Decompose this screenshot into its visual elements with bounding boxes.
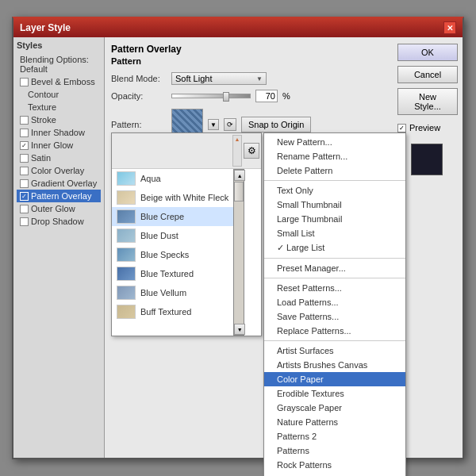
- dialog-body: Styles Blending Options: Default Bevel &…: [13, 37, 463, 458]
- ctx-sep-2: [264, 258, 405, 259]
- ctx-erodible-textures[interactable]: Erodible Textures: [264, 386, 405, 401]
- bevel-checkbox[interactable]: [20, 78, 29, 86]
- blend-mode-arrow: ▼: [256, 75, 263, 83]
- opacity-label: Opacity:: [111, 91, 167, 101]
- scroll-up-arrow[interactable]: ▲: [235, 136, 240, 142]
- ctx-large-list[interactable]: Large List: [264, 240, 405, 255]
- cancel-button[interactable]: Cancel: [397, 66, 458, 83]
- gradient-overlay-checkbox[interactable]: [20, 179, 29, 188]
- slider-thumb[interactable]: [223, 92, 229, 102]
- pattern-item-aqua[interactable]: Aqua: [112, 169, 233, 188]
- ok-button[interactable]: OK: [397, 44, 458, 61]
- style-pattern-overlay[interactable]: Pattern Overlay: [17, 190, 101, 202]
- style-gradient-overlay[interactable]: Gradient Overlay: [17, 177, 101, 190]
- style-outer-glow[interactable]: Outer Glow: [17, 202, 101, 215]
- ctx-rename-pattern[interactable]: Rename Pattern...: [264, 149, 405, 163]
- blend-mode-row: Blend Mode: Soft Light ▼: [111, 72, 385, 85]
- preview-checkbox[interactable]: ✓: [397, 124, 406, 132]
- style-drop-shadow[interactable]: Drop Shadow: [17, 215, 101, 228]
- pattern-overlay-checkbox[interactable]: [20, 192, 29, 201]
- stroke-checkbox[interactable]: [20, 116, 29, 125]
- ctx-artist-surfaces[interactable]: Artist Surfaces: [264, 344, 405, 358]
- pattern-item-beige[interactable]: Beige with White Fleck: [112, 188, 233, 207]
- pattern-options-btn[interactable]: ⟳: [224, 118, 236, 131]
- pattern-item-buff[interactable]: Buff Textured: [112, 302, 233, 321]
- blend-mode-select[interactable]: Soft Light ▼: [171, 72, 267, 85]
- ctx-new-pattern[interactable]: New Pattern...: [264, 135, 405, 149]
- blending-label: Blending Options: Default: [20, 55, 98, 74]
- middle-panel: Pattern Overlay Pattern Blend Mode: Soft…: [105, 37, 391, 458]
- ctx-patterns-2[interactable]: Patterns 2: [264, 429, 405, 443]
- blue-dust-swatch: [117, 228, 136, 243]
- style-texture[interactable]: Texture: [17, 101, 101, 113]
- ctx-sep-4: [264, 340, 405, 341]
- close-button[interactable]: ✕: [443, 21, 456, 34]
- style-color-overlay[interactable]: Color Overlay: [17, 164, 101, 177]
- styles-header: Styles: [17, 40, 101, 50]
- ctx-delete-pattern[interactable]: Delete Pattern: [264, 163, 405, 178]
- preview-row: ✓ Preview: [397, 123, 456, 132]
- ctx-large-thumbnail[interactable]: Large Thumbnail: [264, 212, 405, 226]
- blue-specks-swatch: [117, 248, 136, 262]
- style-inner-glow[interactable]: Inner Glow: [17, 139, 101, 152]
- ctx-nature-patterns[interactable]: Nature Patterns: [264, 415, 405, 429]
- ctx-texture-fill-2[interactable]: Texture Fill 2: [264, 472, 405, 476]
- ctx-text-only[interactable]: Text Only: [264, 183, 405, 198]
- opacity-value[interactable]: 70: [255, 90, 278, 102]
- snap-to-origin-button[interactable]: Snap to Origin: [241, 117, 311, 132]
- scroll-down-btn[interactable]: ▼: [234, 324, 245, 335]
- drop-shadow-checkbox[interactable]: [20, 217, 29, 226]
- opacity-slider[interactable]: [171, 94, 251, 98]
- opacity-row: Opacity: 70 %: [111, 90, 385, 102]
- inner-shadow-checkbox[interactable]: [20, 129, 29, 137]
- ctx-preset-manager[interactable]: Preset Manager...: [264, 261, 405, 275]
- style-bevel-emboss[interactable]: Bevel & Emboss: [17, 75, 101, 88]
- blue-textured-swatch: [117, 267, 136, 281]
- satin-checkbox[interactable]: [20, 154, 29, 163]
- ctx-grayscale-paper[interactable]: Grayscale Paper: [264, 401, 405, 415]
- ctx-replace-patterns[interactable]: Replace Patterns...: [264, 324, 405, 338]
- outer-glow-checkbox[interactable]: [20, 205, 29, 213]
- pattern-item-blue-crepe[interactable]: Blue Crepe ◀: [112, 207, 233, 226]
- context-menu: New Pattern... Rename Pattern... Delete …: [263, 132, 406, 476]
- new-style-button[interactable]: New Style...: [397, 88, 458, 115]
- ctx-patterns[interactable]: Patterns: [264, 443, 405, 458]
- left-panel: Styles Blending Options: Default Bevel &…: [13, 37, 105, 458]
- ctx-save-patterns[interactable]: Save Patterns...: [264, 309, 405, 324]
- pattern-item-blue-dust[interactable]: Blue Dust: [112, 226, 233, 245]
- scroll-up-btn[interactable]: ▲: [234, 170, 245, 181]
- gear-button[interactable]: ⚙: [244, 143, 259, 159]
- style-stroke[interactable]: Stroke: [17, 113, 101, 126]
- style-blending-options[interactable]: Blending Options: Default: [17, 53, 101, 75]
- pattern-item-blue-vellum[interactable]: Blue Vellum: [112, 283, 233, 302]
- style-satin[interactable]: Satin: [17, 152, 101, 164]
- scroll-track: [234, 181, 244, 324]
- pattern-item-blue-textured[interactable]: Blue Textured: [112, 264, 233, 283]
- ctx-rock-patterns[interactable]: Rock Patterns: [264, 458, 405, 472]
- pattern-picker: ▲ ⚙ Aqua Beige with White Fleck: [111, 132, 262, 336]
- inner-glow-checkbox[interactable]: [20, 141, 29, 150]
- blend-mode-label: Blend Mode:: [111, 74, 167, 83]
- ctx-color-paper[interactable]: Color Paper: [264, 372, 405, 386]
- blue-vellum-swatch: [117, 286, 136, 300]
- beige-swatch: [117, 190, 136, 205]
- pattern-dropdown-button[interactable]: ▼: [208, 119, 219, 130]
- aqua-label: Aqua: [140, 174, 161, 183]
- buff-swatch: [117, 305, 136, 319]
- ctx-small-list[interactable]: Small List: [264, 226, 405, 240]
- ctx-artists-brushes[interactable]: Artists Brushes Canvas: [264, 358, 405, 372]
- pattern-label: Pattern:: [111, 120, 167, 129]
- pattern-scrollbar: ▲ ▼: [233, 169, 244, 336]
- buff-label: Buff Textured: [140, 307, 191, 317]
- ctx-sep-3: [264, 278, 405, 278]
- style-contour[interactable]: Contour: [17, 88, 101, 101]
- style-inner-shadow[interactable]: Inner Shadow: [17, 126, 101, 139]
- beige-label: Beige with White Fleck: [140, 193, 228, 202]
- scroll-thumb[interactable]: [234, 182, 244, 202]
- pattern-item-blue-specks[interactable]: Blue Specks: [112, 245, 233, 264]
- color-overlay-checkbox[interactable]: [20, 167, 29, 175]
- ctx-small-thumbnail[interactable]: Small Thumbnail: [264, 198, 405, 212]
- ctx-sep-1: [264, 180, 405, 181]
- ctx-load-patterns[interactable]: Load Patterns...: [264, 295, 405, 309]
- ctx-reset-patterns[interactable]: Reset Patterns...: [264, 281, 405, 295]
